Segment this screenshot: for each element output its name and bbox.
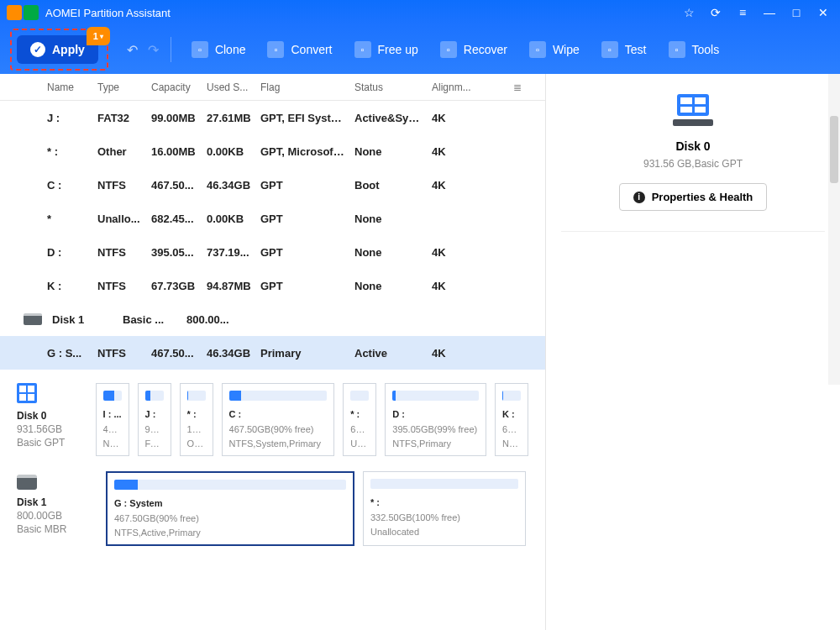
partition-box[interactable]: * :682...Una... [343,383,376,456]
disk-subtitle: 931.56 GB,Basic GPT [561,158,825,170]
toolbar-icon: ▫ [267,41,284,58]
toolbar-icon: ▫ [440,41,457,58]
toolbar-wipe[interactable]: ▫Wipe [521,36,588,63]
disk-info-panel: Disk 0 931.56 GB,Basic GPT i Properties … [561,94,825,232]
favorite-icon[interactable]: ☆ [679,3,699,23]
titlebar: AOMEI Partition Assistant ☆ ⟳ ≡ — □ ✕ [0,0,840,25]
col-used[interactable]: Used S... [203,81,257,93]
partition-table: J :FAT3299.00MB27.61MBGPT, EFI System...… [0,101,545,370]
disk-icon [17,475,37,490]
toolbar-recover[interactable]: ▫Recover [432,36,516,63]
partition-box[interactable]: * :332.50GB(100% free)Unallocated [363,471,526,546]
table-row[interactable]: * :Other16.00MB0.00KBGPT, Microsoft ...N… [0,134,545,168]
partition-box[interactable]: K :67....NT... [495,383,528,456]
columns-settings-icon[interactable]: ≣ [513,81,522,93]
toolbar-icon: ▫ [354,41,371,58]
table-row[interactable]: *Unallo...682.45...0.00KBGPTNone [0,202,545,235]
partition-box[interactable]: D :395.05GB(99% free)NTFS,Primary [385,383,486,456]
toolbar-test[interactable]: ▫Test [593,36,655,63]
toolbar-tools[interactable]: ▫Tools [660,36,728,63]
disk-icon [24,313,42,325]
disk-icon [17,383,37,403]
toolbar-clone[interactable]: ▫Clone [183,36,255,63]
apply-highlight: ✓ Apply 1 [10,29,108,71]
undo-redo-group: ↶ ↷ [127,42,159,58]
separator [171,37,171,62]
undo-button[interactable]: ↶ [127,42,138,58]
partition-box[interactable]: * :16.0...Oth... [180,383,213,456]
table-row[interactable]: D :NTFS395.05...737.19...GPTNone4K [0,235,545,269]
col-capacity[interactable]: Capacity [148,81,203,93]
col-align[interactable]: Alignm... [428,81,479,93]
table-row[interactable]: K :NTFS67.73GB94.87MBGPTNone4K [0,269,545,302]
col-flag[interactable]: Flag [257,81,351,93]
scrollbar[interactable] [828,74,840,385]
info-icon: i [633,192,645,203]
check-icon: ✓ [30,42,45,57]
col-type[interactable]: Type [94,81,148,93]
toolbar-icon: ▫ [669,41,685,58]
apply-label: Apply [52,43,85,56]
side-panel: Disk 0 931.56 GB,Basic GPT i Properties … [546,74,840,630]
toolbar-icon: ▫ [192,41,208,58]
maximize-button[interactable]: □ [786,3,806,23]
partition-box[interactable]: J :99....FAT... [138,383,171,456]
app-logo-icon [7,5,22,20]
disk-icon [673,94,713,128]
disk-map-area: Disk 0931.56GBBasic GPTI : ...499...NTF.… [0,370,545,575]
table-row[interactable]: C :NTFS467.50...46.34GBGPTBoot4K [0,168,545,202]
partition-box[interactable]: C :467.50GB(90% free)NTFS,System,Primary [222,383,335,456]
pending-badge[interactable]: 1 [87,27,110,45]
menu-icon[interactable]: ≡ [732,3,753,23]
toolbar-free-up[interactable]: ▫Free up [346,36,427,63]
table-row[interactable]: J :FAT3299.00MB27.61MBGPT, EFI System...… [0,101,545,134]
disk-card[interactable]: Disk 0931.56GBBasic GPT [17,383,87,456]
toolbar-convert[interactable]: ▫Convert [259,36,340,63]
col-name[interactable]: Name [44,81,94,93]
partition-box[interactable]: G : System467.50GB(90% free)NTFS,Active,… [106,471,354,546]
disk-header-row[interactable]: Disk 1Basic ...800.00... [0,302,545,336]
redo-button[interactable]: ↷ [148,42,159,58]
toolbar-icon: ▫ [601,41,618,58]
disk-card[interactable]: Disk 1800.00GBBasic MBR [17,471,97,546]
table-row-selected[interactable]: G : S...NTFS467.50...46.34GBPrimaryActiv… [0,336,545,370]
table-header: Name Type Capacity Used S... Flag Status… [0,74,545,101]
partition-box[interactable]: I : ...499...NTF... [96,383,129,456]
refresh-icon[interactable]: ⟳ [706,3,726,23]
disk-title: Disk 0 [561,139,825,153]
properties-button[interactable]: i Properties & Health [619,183,768,211]
main-panel: Name Type Capacity Used S... Flag Status… [0,74,546,630]
minimize-button[interactable]: — [759,3,780,23]
close-button[interactable]: ✕ [813,3,833,23]
app-title: AOMEI Partition Assistant [45,7,672,19]
toolbar-icon: ▫ [529,41,546,58]
app-logo-icon [24,5,39,20]
col-status[interactable]: Status [351,81,428,93]
toolbar: ✓ Apply 1 ↶ ↷ ▫Clone▫Convert▫Free up▫Rec… [0,25,840,74]
